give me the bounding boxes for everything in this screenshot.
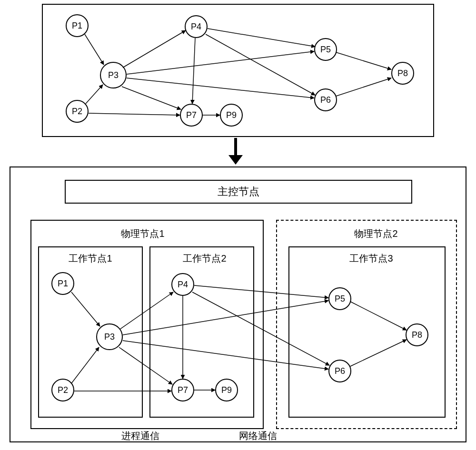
node-p5-bot: P5: [328, 287, 351, 310]
node-p9-top: P9: [220, 104, 243, 127]
node-p7-bot: P7: [171, 379, 194, 401]
node-p2-bot: P2: [51, 379, 74, 401]
node-p4-top: P4: [185, 15, 208, 38]
node-p6-bot: P6: [328, 360, 351, 382]
node-p6-top: P6: [314, 88, 337, 111]
work2-label: 工作节点2: [171, 252, 238, 265]
node-p9-bot: P9: [215, 379, 238, 401]
node-label: P9: [221, 385, 232, 395]
node-label: P5: [320, 45, 331, 55]
worker-node-2: [149, 246, 254, 418]
node-p2-top: P2: [66, 100, 89, 123]
node-p8-top: P8: [391, 62, 414, 85]
node-label: P5: [335, 294, 345, 304]
node-label: P6: [335, 366, 345, 376]
work1-label: 工作节点1: [57, 252, 124, 265]
node-label: P7: [178, 385, 188, 395]
proc-comm-label: 进程通信: [112, 430, 169, 442]
node-label: P7: [186, 110, 197, 120]
node-p5-top: P5: [314, 38, 337, 61]
node-label: P1: [58, 279, 68, 289]
net-comm-label: 网络通信: [229, 430, 287, 442]
node-label: P3: [104, 332, 115, 342]
master-node-box: 主控节点: [65, 180, 412, 204]
node-p7-top: P7: [180, 104, 203, 127]
work3-label: 工作节点3: [338, 252, 405, 265]
node-label: P9: [226, 110, 237, 120]
node-p8-bot: P8: [406, 323, 428, 346]
node-label: P6: [320, 95, 331, 105]
node-label: P8: [412, 330, 422, 340]
node-p3-bot: P3: [96, 323, 123, 350]
phys2-label: 物理节点2: [343, 227, 409, 240]
master-node-label: 主控节点: [218, 185, 259, 199]
node-p3-top: P3: [100, 62, 127, 88]
node-p4-bot: P4: [171, 273, 194, 296]
node-label: P1: [72, 21, 82, 31]
node-p1-bot: P1: [51, 272, 74, 295]
node-label: P3: [108, 70, 119, 80]
node-label: P2: [72, 107, 82, 117]
node-label: P8: [397, 68, 408, 78]
phys1-label: 物理节点1: [109, 227, 176, 240]
node-label: P2: [58, 385, 68, 395]
node-label: P4: [178, 280, 188, 290]
node-p1-top: P1: [66, 14, 89, 37]
node-label: P4: [191, 22, 201, 32]
